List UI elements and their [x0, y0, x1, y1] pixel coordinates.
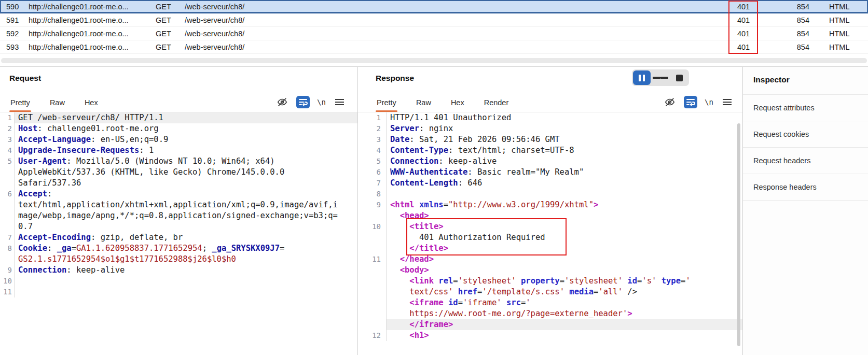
- code-text: User-Agent: Mozilla/5.0 (Windows NT 10.0…: [15, 156, 357, 167]
- message-editor-area: Request PrettyRawHex: [0, 66, 868, 355]
- single-view-layout-button[interactable]: [670, 70, 688, 85]
- code-line[interactable]: </iframe>: [358, 319, 742, 330]
- line-number: 11: [358, 254, 387, 265]
- line-number: [358, 297, 387, 308]
- history-row[interactable]: 590http://challenge01.root-me.o...GET/we…: [0, 0, 868, 13]
- code-line[interactable]: <link rel='stylesheet' property='stylesh…: [358, 276, 742, 287]
- code-text: [15, 287, 357, 297]
- request-editor[interactable]: 1GET /web-serveur/ch8/ HTTP/1.12Host: ch…: [0, 112, 357, 355]
- code-line[interactable]: 1GET /web-serveur/ch8/ HTTP/1.1: [0, 112, 357, 123]
- history-scrollbar-track[interactable]: [1, 58, 867, 63]
- code-line[interactable]: 3Date: Sat, 21 Feb 2026 09:56:46 GMT: [358, 134, 742, 145]
- code-line[interactable]: 10: [0, 276, 357, 287]
- inspector-item-request-cookies[interactable]: Request cookies: [743, 121, 868, 148]
- history-row[interactable]: 592http://challenge01.root-me.o...GET/we…: [0, 27, 868, 40]
- response-editor[interactable]: 1HTTP/1.1 401 Unauthorized2Server: nginx…: [358, 112, 742, 355]
- response-tab-hex[interactable]: Hex: [450, 98, 465, 112]
- split-columns-layout-button[interactable]: [633, 70, 651, 85]
- code-line[interactable]: 8Cookie: _ga=GA1.1.620958837.1771652954;…: [0, 243, 357, 254]
- code-line[interactable]: 401 Authorization Required: [358, 232, 742, 243]
- code-line[interactable]: 10 <title>: [358, 221, 742, 232]
- response-tabs-bar: PrettyRawHexRender: [358, 88, 742, 112]
- history-cell-length: 854: [759, 40, 820, 54]
- code-text: GET /web-serveur/ch8/ HTTP/1.1: [15, 112, 357, 123]
- code-line[interactable]: 12 <h1>: [358, 330, 742, 341]
- hide-items-icon[interactable]: [663, 96, 677, 108]
- line-number: 3: [0, 134, 15, 145]
- history-row[interactable]: 593http://challenge01.root-me.o...GET/we…: [0, 40, 868, 54]
- code-line[interactable]: 7Accept-Encoding: gzip, deflate, br: [0, 232, 357, 243]
- code-line[interactable]: 11 </head>: [358, 254, 742, 265]
- code-line[interactable]: 9Connection: keep-alive: [0, 265, 357, 276]
- code-line[interactable]: mage/webp,image/apng,*/*;q=0.8,applicati…: [0, 210, 357, 221]
- code-line[interactable]: <body>: [358, 265, 742, 276]
- response-tab-raw[interactable]: Raw: [415, 98, 432, 112]
- code-text: 401 Authorization Required: [387, 232, 742, 243]
- code-line[interactable]: 2Host: challenge01.root-me.org: [0, 123, 357, 134]
- inspector-item-request-attributes[interactable]: Request attributes: [743, 95, 868, 121]
- code-text: Accept-Encoding: gzip, deflate, br: [15, 232, 357, 243]
- line-number: 9: [0, 265, 15, 276]
- response-vertical-scrollbar[interactable]: [737, 123, 740, 346]
- word-wrap-icon[interactable]: [684, 96, 697, 108]
- line-number: [0, 178, 15, 189]
- code-text: Accept-Language: en-US,en;q=0.9: [15, 134, 357, 145]
- response-toolbar: \n: [663, 96, 734, 108]
- code-line[interactable]: 4Upgrade-Insecure-Requests: 1: [0, 145, 357, 156]
- code-line[interactable]: GS2.1.s1771652954$o1$g1$t1771652988$j26$…: [0, 254, 357, 265]
- response-tab-render[interactable]: Render: [483, 98, 510, 112]
- request-tab-raw[interactable]: Raw: [49, 98, 66, 112]
- inspector-item-response-headers[interactable]: Response headers: [743, 174, 868, 201]
- code-text: <title>: [387, 221, 742, 232]
- code-line[interactable]: text/css' href='/template/s.css' media='…: [358, 287, 742, 297]
- response-tab-pretty[interactable]: Pretty: [376, 98, 397, 112]
- code-line[interactable]: text/html,application/xhtml+xml,applicat…: [0, 200, 357, 210]
- newline-chars-icon[interactable]: \n: [317, 98, 326, 106]
- line-number: [0, 167, 15, 178]
- split-rows-layout-button[interactable]: [652, 70, 669, 85]
- line-number: 1: [0, 112, 15, 123]
- code-line[interactable]: AppleWebKit/537.36 (KHTML, like Gecko) C…: [0, 167, 357, 178]
- code-line[interactable]: 4Content-Type: text/html; charset=UTF-8: [358, 145, 742, 156]
- request-tab-hex[interactable]: Hex: [84, 98, 99, 112]
- menu-icon[interactable]: [333, 96, 347, 108]
- line-number: [358, 210, 387, 221]
- code-line[interactable]: 0.7: [0, 221, 357, 232]
- history-cell-path: /web-serveur/ch8/: [185, 13, 728, 27]
- code-text: </head>: [387, 254, 742, 265]
- code-line[interactable]: <iframe id='iframe' src=': [358, 297, 742, 308]
- history-horizontal-scrollbar[interactable]: [0, 54, 868, 66]
- newline-chars-icon[interactable]: \n: [705, 98, 713, 106]
- hide-items-icon[interactable]: [275, 96, 289, 108]
- line-number: [358, 308, 387, 319]
- code-line[interactable]: 6WWW-Authenticate: Basic realm="My Realm…: [358, 167, 742, 178]
- code-line[interactable]: https://www.root-me.org/?page=externe_he…: [358, 308, 742, 319]
- code-line[interactable]: 5User-Agent: Mozilla/5.0 (Windows NT 10.…: [0, 156, 357, 167]
- line-number: 4: [0, 145, 15, 156]
- code-line[interactable]: 5Connection: keep-alive: [358, 156, 742, 167]
- history-cell-status: 401: [728, 13, 759, 27]
- word-wrap-icon[interactable]: [296, 96, 310, 108]
- menu-icon[interactable]: [721, 96, 734, 108]
- request-tab-pretty[interactable]: Pretty: [9, 98, 31, 112]
- line-number: 7: [358, 178, 387, 189]
- code-text: 0.7: [15, 221, 357, 232]
- code-line[interactable]: Safari/537.36: [0, 178, 357, 189]
- code-line[interactable]: </title>: [358, 243, 742, 254]
- code-line[interactable]: 3Accept-Language: en-US,en;q=0.9: [0, 134, 357, 145]
- code-line[interactable]: 6Accept:: [0, 189, 357, 200]
- code-line[interactable]: 1HTTP/1.1 401 Unauthorized: [358, 112, 742, 123]
- inspector-item-request-headers[interactable]: Request headers: [743, 148, 868, 174]
- inspector-panel: Inspector Request attributesRequest cook…: [743, 67, 868, 355]
- code-line[interactable]: 7Content-Length: 646: [358, 178, 742, 189]
- code-line[interactable]: 11: [0, 287, 357, 297]
- line-number: 5: [0, 156, 15, 167]
- history-row[interactable]: 591http://challenge01.root-me.o...GET/we…: [0, 13, 868, 27]
- code-text: Cookie: _ga=GA1.1.620958837.1771652954; …: [15, 243, 357, 254]
- code-line[interactable]: <head>: [358, 210, 742, 221]
- code-line[interactable]: 9<html xmlns="http://www.w3.org/1999/xht…: [358, 200, 742, 210]
- code-text: </iframe>: [387, 319, 742, 330]
- code-line[interactable]: 2Server: nginx: [358, 123, 742, 134]
- code-line[interactable]: 8: [358, 189, 742, 200]
- code-text: text/html,application/xhtml+xml,applicat…: [15, 200, 357, 210]
